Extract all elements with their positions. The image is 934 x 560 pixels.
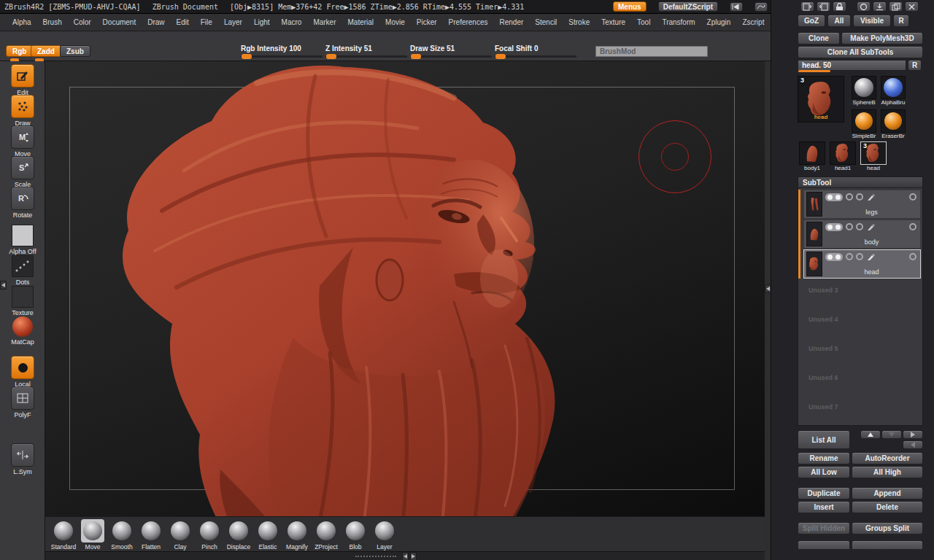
recent-tool-head1[interactable]: head1 [828, 141, 857, 172]
subtool-slot-unused6[interactable]: Unused 6 [800, 367, 921, 396]
brush-move[interactable]: Move [78, 519, 107, 551]
focal-shift-slider[interactable]: Focal Shift 0 [495, 44, 576, 59]
clone-all-subtools-button[interactable]: Clone All SubTools [798, 46, 923, 58]
subtool-slot-unused5[interactable]: Unused 5 [800, 338, 921, 367]
paint-brush-icon[interactable] [866, 222, 876, 231]
slider-handle[interactable] [242, 54, 252, 59]
menu-zscript[interactable]: Zscript [737, 16, 769, 28]
insert-button[interactable]: Insert [798, 501, 850, 513]
zscript-rewind-icon[interactable] [730, 2, 743, 12]
eye-visibility-toggle[interactable] [825, 193, 843, 201]
subtool-row-head[interactable]: head [803, 249, 921, 279]
paste-tool-icon[interactable] [817, 1, 830, 12]
menu-texture[interactable]: Texture [596, 16, 630, 28]
brush-magnify[interactable]: Magnify [282, 519, 312, 551]
slider-handle[interactable] [326, 54, 336, 59]
slider-track[interactable] [410, 55, 492, 58]
eye-visibility-toggle[interactable] [825, 253, 843, 261]
zsub-button[interactable]: Zsub [60, 45, 90, 57]
rotate-button[interactable]: R [11, 187, 34, 210]
menu-picker[interactable]: Picker [412, 16, 442, 28]
brush-pinch[interactable]: Pinch [195, 519, 224, 551]
subtool-slot-unused7[interactable]: Unused 7 [800, 396, 921, 425]
move-subtool-right-button[interactable] [903, 430, 923, 439]
tool-name-slider[interactable]: head. 50 [798, 60, 906, 71]
quicktool-alphabru[interactable]: AlphaBru [879, 76, 907, 106]
z-intensity-slider[interactable]: Z Intensity 51 [325, 44, 407, 59]
brush-layer[interactable]: Layer [370, 519, 399, 551]
split-hidden-button[interactable]: Split Hidden [798, 522, 850, 534]
menu-movie[interactable]: Movie [380, 16, 410, 28]
menus-button[interactable]: Menus [613, 1, 647, 12]
polyf-button[interactable] [11, 386, 34, 410]
append-button[interactable]: Append [852, 487, 923, 499]
paint-brush-icon[interactable] [866, 192, 876, 201]
rename-button[interactable]: Rename [798, 452, 850, 464]
menu-stencil[interactable]: Stencil [530, 16, 562, 28]
brush-blob[interactable]: Blob [341, 519, 370, 551]
menu-alpha[interactable]: Alpha [7, 16, 36, 28]
toggle-icon[interactable] [846, 253, 853, 260]
draw-button[interactable] [11, 95, 34, 118]
canvas-scrollbar[interactable] [45, 551, 765, 560]
menu-macro[interactable]: Macro [277, 16, 307, 28]
texture-swatch[interactable] [12, 286, 34, 308]
quicktool-sphereb[interactable]: SphereB [850, 76, 878, 106]
autoreorder-button[interactable]: AutoReorder [852, 452, 923, 464]
lsym-button[interactable] [11, 443, 34, 467]
menu-transform[interactable]: Transform [657, 16, 700, 28]
clone-button[interactable]: Clone [798, 32, 840, 44]
menu-light[interactable]: Light [249, 16, 275, 28]
menu-render[interactable]: Render [495, 16, 529, 28]
toggle-icon[interactable] [909, 193, 916, 201]
copy-tool-icon[interactable] [800, 1, 814, 12]
r-button[interactable]: R [893, 15, 909, 27]
move-button[interactable]: M [11, 125, 34, 149]
scale-button[interactable]: S [11, 156, 34, 179]
menu-zplugin[interactable]: Zplugin [702, 16, 736, 28]
toggle-icon[interactable] [909, 223, 916, 230]
document-canvas[interactable]: Standard Move Smooth Flatten Clay Pinch [45, 61, 765, 560]
delete-button[interactable]: Delete [852, 501, 923, 513]
menu-layer[interactable]: Layer [219, 16, 247, 28]
move-subtool-down-button[interactable] [881, 430, 902, 439]
rgb-button[interactable]: Rgb [6, 45, 33, 57]
curve-editor-icon[interactable] [754, 2, 768, 12]
duplicate-button[interactable]: Duplicate [798, 487, 850, 499]
all-high-button[interactable]: All High [852, 466, 923, 478]
close-icon[interactable] [905, 1, 919, 12]
brush-displace[interactable]: Displace [224, 519, 253, 551]
menu-brush[interactable]: Brush [38, 16, 67, 28]
layers-icon[interactable] [889, 1, 903, 12]
menu-file[interactable]: File [196, 16, 217, 28]
matcap-swatch[interactable] [12, 316, 33, 337]
menu-marker[interactable]: Marker [308, 16, 341, 28]
subtool-row-legs[interactable]: legs [803, 190, 921, 219]
list-all-button[interactable]: List All [798, 430, 850, 449]
sculpt-model-head[interactable] [74, 61, 600, 560]
subtool-header[interactable]: SubTool [798, 176, 923, 188]
scroll-left-button[interactable] [402, 552, 409, 560]
eye-visibility-toggle[interactable] [825, 223, 843, 231]
slider-handle[interactable] [411, 54, 421, 59]
paint-brush-icon[interactable] [866, 252, 876, 261]
slider-track[interactable] [241, 55, 323, 58]
subtool-slot-unused3[interactable]: Unused 3 [800, 279, 921, 308]
brush-standard[interactable]: Standard [49, 519, 78, 551]
slider-track[interactable] [325, 55, 407, 58]
all-low-button[interactable]: All Low [798, 466, 850, 478]
current-tool-thumbnail[interactable]: 3 head [798, 76, 844, 122]
rgb-intensity-slider[interactable]: Rgb Intensity 100 [241, 44, 323, 59]
local-button[interactable] [11, 356, 34, 379]
tool-r-button[interactable]: R [908, 60, 922, 71]
subtool-row-body[interactable]: body [803, 219, 921, 249]
brush-zproject[interactable]: ZProject [312, 519, 341, 551]
toggle-icon[interactable] [909, 253, 916, 260]
toggle-icon[interactable] [856, 193, 863, 201]
brush-clay[interactable]: Clay [166, 519, 195, 551]
quicktool-eraserbr[interactable]: EraserBr [879, 109, 907, 140]
menu-edit[interactable]: Edit [171, 16, 194, 28]
make-polymesh3d-button[interactable]: Make PolyMesh3D [841, 32, 923, 44]
default-zscript-button[interactable]: DefaultZScript [658, 1, 718, 12]
subtool-slot-unused4[interactable]: Unused 4 [800, 308, 921, 338]
